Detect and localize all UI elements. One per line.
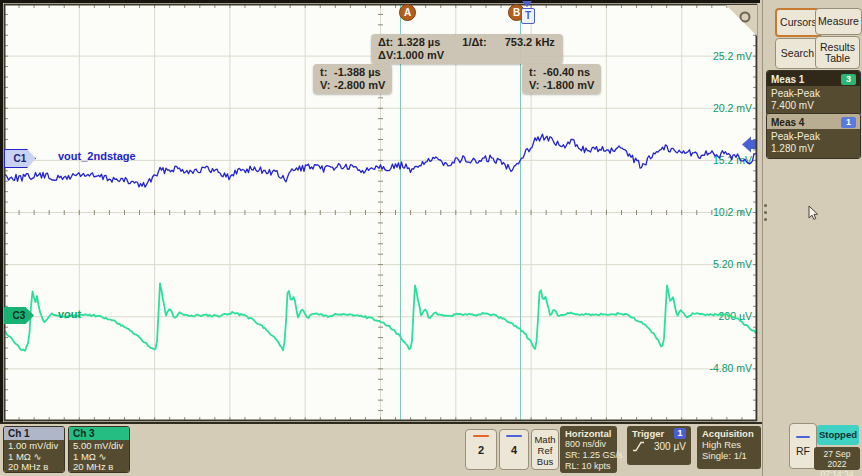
ch4-enable-button[interactable]: 4 xyxy=(499,429,529,470)
acquisition-mode: High Res xyxy=(702,439,756,450)
trigger-position-icon xyxy=(522,1,532,7)
cursor-a-time: t: -1.388 µs xyxy=(320,66,385,79)
settings-bar: Ch 1 1.00 mV/div 1 MΩ ∿ 20 MHz ʙ Ch 3 5.… xyxy=(0,422,762,476)
left-border xyxy=(0,0,3,422)
inv-dt-label: 1/Δt: xyxy=(462,36,486,49)
trigger-panel[interactable]: Trigger 1 300 µV xyxy=(627,426,691,465)
ch3-settings: 5.00 mV/div 1 MΩ ∿ 20 MHz ʙ xyxy=(69,440,129,473)
ch2-number: 2 xyxy=(466,444,496,456)
ch1-waveform-label[interactable]: vout_2ndstage xyxy=(58,150,136,162)
math-label: Math xyxy=(532,434,558,445)
datetime-box: 27 Sep 2022 07:14:34 xyxy=(814,447,860,470)
date-text: 27 Sep 2022 xyxy=(814,449,860,469)
mouse-pointer xyxy=(807,205,821,221)
meas4-source-badge: 1 xyxy=(841,117,856,128)
ch1-name: Ch 1 xyxy=(4,427,64,440)
rising-edge-icon xyxy=(632,441,645,452)
rf-label: RF xyxy=(796,446,810,457)
record-length: RL: 10 kpts xyxy=(565,461,612,472)
run-state-chip[interactable]: Stopped xyxy=(817,425,859,445)
a-v-label: V: xyxy=(320,79,334,92)
ch1-settings: 1.00 mV/div 1 MΩ ∿ 20 MHz ʙ xyxy=(4,440,64,473)
waveform-display: 25.2 mV20.2 mV15.2 mV10.2 mV5.20 mV200 µ… xyxy=(0,0,764,422)
bus-label: Bus xyxy=(532,456,558,467)
ch3-settings-badge[interactable]: Ch 3 5.00 mV/div 1 MΩ ∿ 20 MHz ʙ xyxy=(68,426,130,473)
meas4-card[interactable]: Meas 4 1 Peak-Peak 1.280 mV xyxy=(766,113,861,159)
ch3-name: Ch 3 xyxy=(69,427,129,440)
acquisition-single: Single: 1/1 xyxy=(702,450,756,461)
trigger-title: Trigger xyxy=(632,428,664,439)
oscilloscope-screen: { "colors": { "ch1_trace": "#2323cf", "c… xyxy=(0,0,862,476)
rf-button[interactable]: RF xyxy=(789,423,817,469)
ch4-number: 4 xyxy=(500,444,528,456)
dv-value: 1.000 mV xyxy=(396,49,444,62)
cursor-b-time: t: -60.40 ns xyxy=(529,66,594,79)
a-t-label: t: xyxy=(320,66,334,79)
y-axis-label: 10.2 mV xyxy=(713,206,752,218)
b-t-label: t: xyxy=(529,66,543,79)
sample-rate: SR: 1.25 GS/s xyxy=(565,450,612,461)
cursor-b-readout: t: -60.40 ns V: -1.800 mV xyxy=(522,64,601,94)
ch1-bandwidth: 20 MHz ʙ xyxy=(8,462,60,473)
search-button[interactable]: Search xyxy=(775,38,820,69)
rf-accent-line xyxy=(796,436,810,438)
top-border xyxy=(0,0,760,3)
cursor-b-volt: V: -1.800 mV xyxy=(529,79,594,92)
ch4-accent-line xyxy=(506,435,522,437)
trigger-level-row: 300 µV xyxy=(632,441,686,452)
horizontal-panel[interactable]: Horizontal 800 ns/div SR: 1.25 GS/s RL: … xyxy=(560,426,617,473)
dt-value: 1.328 µs xyxy=(397,36,440,49)
acquisition-title: Acquisition xyxy=(702,428,756,439)
meas1-type: Peak-Peak xyxy=(771,88,856,100)
meas4-header: Meas 4 1 xyxy=(767,114,860,129)
y-axis-label: 20.2 mV xyxy=(713,102,752,114)
ch3-scale: 5.00 mV/div xyxy=(73,441,125,452)
acquisition-panel[interactable]: Acquisition High Res Single: 1/1 xyxy=(697,426,761,469)
delta-time-row: Δt: 1.328 µs 1/Δt: 753.2 kHz xyxy=(378,36,556,49)
meas4-value: 1.280 mV xyxy=(771,143,856,155)
dt-label: Δt: xyxy=(378,36,393,49)
results-table-button[interactable]: Results Table xyxy=(815,36,860,69)
dv-label: ΔV: xyxy=(378,49,396,62)
b-v-value: -1.800 mV xyxy=(543,79,594,92)
math-ref-bus-button[interactable]: Math Ref Bus xyxy=(531,429,559,470)
b-v-label: V: xyxy=(529,79,543,92)
meas1-source-badge: 3 xyxy=(841,74,856,85)
side-panel: Cursors Measure Search Results Table Mea… xyxy=(762,0,862,476)
cursor-a-readout: t: -1.388 µs V: -2.800 mV xyxy=(313,64,392,94)
ref-label: Ref xyxy=(532,445,558,456)
ch2-accent-line xyxy=(473,435,489,437)
horizontal-title: Horizontal xyxy=(565,428,612,439)
y-axis-label: -4.80 mV xyxy=(709,362,752,374)
delta-readout: Δt: 1.328 µs 1/Δt: 753.2 kHz ΔV: 1.000 m… xyxy=(371,34,563,64)
meas1-card[interactable]: Meas 1 3 Peak-Peak 7.400 mV xyxy=(766,70,861,116)
meas1-header: Meas 1 3 xyxy=(767,71,860,86)
ch1-settings-badge[interactable]: Ch 1 1.00 mV/div 1 MΩ ∿ 20 MHz ʙ xyxy=(3,426,65,473)
ch3-bandwidth: 20 MHz ʙ xyxy=(73,462,125,473)
cursor-a-handle[interactable]: A xyxy=(399,4,416,21)
ch3-waveform-label[interactable]: vout xyxy=(58,308,81,320)
measure-button[interactable]: Measure xyxy=(815,8,862,35)
a-t-value: -1.388 µs xyxy=(334,66,381,79)
meas1-body: Peak-Peak 7.400 mV xyxy=(767,86,860,115)
time-text: 07:14:34 xyxy=(814,469,860,476)
y-axis-label: 5.20 mV xyxy=(713,258,752,270)
y-axis-label: 200 µV xyxy=(719,310,753,322)
meas1-value: 7.400 mV xyxy=(771,100,856,112)
inv-dt-value: 753.2 kHz xyxy=(505,36,555,49)
cursor-a-volt: V: -2.800 mV xyxy=(320,79,385,92)
trigger-source-badge: 1 xyxy=(674,428,686,439)
b-t-value: -60.40 ns xyxy=(543,66,590,79)
a-v-value: -2.800 mV xyxy=(334,79,385,92)
delta-volt-row: ΔV: 1.000 mV xyxy=(378,49,556,62)
panel-drag-handle[interactable] xyxy=(764,200,767,225)
meas4-body: Peak-Peak 1.280 mV xyxy=(767,129,860,158)
ch1-scale: 1.00 mV/div xyxy=(8,441,60,452)
meas4-title: Meas 4 xyxy=(771,117,804,128)
trigger-title-row: Trigger 1 xyxy=(632,428,686,439)
trigger-flag[interactable]: T xyxy=(521,8,535,24)
meas1-title: Meas 1 xyxy=(771,74,804,85)
y-axis-label: 25.2 mV xyxy=(713,50,752,62)
trigger-level: 300 µV xyxy=(654,441,686,452)
ch2-enable-button[interactable]: 2 xyxy=(465,429,497,470)
